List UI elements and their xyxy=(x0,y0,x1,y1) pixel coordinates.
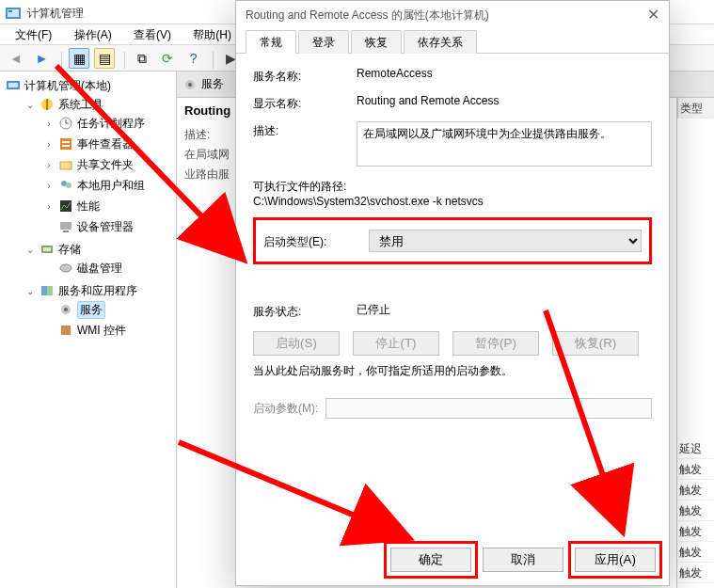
chevron-right-icon[interactable]: › xyxy=(43,160,55,170)
description-textarea[interactable]: 在局域网以及广域网环境中为企业提供路由服务。 xyxy=(357,121,652,167)
dialog-footer: 确定 取消 应用(A) xyxy=(390,548,656,572)
menu-view[interactable]: 查看(V) xyxy=(124,24,181,43)
chevron-down-icon[interactable]: ⌄ xyxy=(24,286,36,296)
stop-button[interactable]: 停止(T) xyxy=(353,331,439,356)
value-display-name: Routing and Remote Access xyxy=(357,94,652,112)
label-description: 描述: xyxy=(253,121,357,169)
svg-rect-24 xyxy=(61,326,71,335)
tab-dependencies[interactable]: 依存关系 xyxy=(404,30,477,54)
storage-icon xyxy=(40,242,55,257)
apply-button[interactable]: 应用(A) xyxy=(575,548,656,572)
list-item[interactable]: 触发 xyxy=(677,563,714,583)
app-icon xyxy=(6,6,21,21)
refresh-icon[interactable]: ⟳ xyxy=(157,48,178,69)
tree-event-viewer[interactable]: ›事件查看器 xyxy=(43,135,174,152)
tree-shared-folders[interactable]: ›共享文件夹 xyxy=(43,156,174,173)
svg-rect-2 xyxy=(8,10,12,12)
show-hide-icon[interactable]: ▦ xyxy=(69,48,89,69)
chevron-down-icon[interactable]: ⌄ xyxy=(24,245,36,255)
tools-icon xyxy=(40,97,55,112)
tree-disk-management[interactable]: 磁盘管理 xyxy=(43,260,174,277)
svg-rect-10 xyxy=(62,145,70,147)
help-icon[interactable]: ? xyxy=(183,48,204,69)
svg-rect-6 xyxy=(46,99,48,110)
menu-help[interactable]: 帮助(H) xyxy=(183,24,241,43)
svg-point-26 xyxy=(188,83,192,87)
menu-action[interactable]: 操作(A) xyxy=(65,24,121,43)
cancel-button[interactable]: 取消 xyxy=(483,548,563,572)
list-item[interactable]: 触发 xyxy=(677,542,714,563)
export-icon[interactable]: ⧉ xyxy=(132,48,152,69)
services-header-label: 服务 xyxy=(201,76,224,92)
svg-rect-14 xyxy=(60,200,71,212)
service-action-buttons: 启动(S) 停止(T) 暂停(P) 恢复(R) xyxy=(253,331,652,356)
tree-task-scheduler[interactable]: ›任务计划程序 xyxy=(43,115,174,132)
forward-icon[interactable]: ► xyxy=(31,48,52,69)
chevron-right-icon[interactable]: › xyxy=(43,201,55,212)
value-exe-path: C:\Windows\System32\svchost.exe -k netsv… xyxy=(253,195,652,208)
tab-logon[interactable]: 登录 xyxy=(298,30,349,54)
device-icon xyxy=(58,219,73,234)
svg-rect-20 xyxy=(41,286,47,295)
tree-system-tools[interactable]: ⌄ 系统工具 xyxy=(24,96,174,113)
close-icon[interactable]: ✕ xyxy=(647,1,659,29)
tree-services-apps[interactable]: ⌄ 服务和应用程序 xyxy=(24,282,174,299)
tree-storage[interactable]: ⌄ 存储 xyxy=(24,241,174,258)
tree-device-manager[interactable]: 设备管理器 xyxy=(43,218,174,235)
dialog-title: Routing and Remote Access 的属性(本地计算机) xyxy=(246,1,489,29)
start-params-input[interactable] xyxy=(325,398,652,419)
tree-services[interactable]: 服务 xyxy=(43,301,174,318)
nav-tree[interactable]: 计算机管理(本地) ⌄ 系统工具 ›任务计划程序 ›事件查看器 ›共享文件夹 xyxy=(0,72,177,588)
perf-icon xyxy=(58,199,73,214)
label-start-params: 启动参数(M): xyxy=(253,401,318,417)
event-icon xyxy=(58,136,73,151)
window-title: 计算机管理 xyxy=(27,7,84,20)
gear-icon xyxy=(58,302,73,317)
startup-type-select[interactable]: 禁用 xyxy=(369,230,642,252)
list-item[interactable]: 触发 xyxy=(677,583,714,588)
list-item[interactable]: 触发 xyxy=(677,521,714,542)
startup-type-group: 启动类型(E): 禁用 xyxy=(253,217,652,264)
chevron-right-icon[interactable]: › xyxy=(43,119,55,129)
chevron-right-icon[interactable]: › xyxy=(43,181,55,191)
column-header-type[interactable]: 类型 xyxy=(677,98,714,119)
ok-button[interactable]: 确定 xyxy=(390,548,471,572)
gear-icon xyxy=(182,77,198,92)
pause-button[interactable]: 暂停(P) xyxy=(452,331,539,356)
menu-file[interactable]: 文件(F) xyxy=(6,24,61,43)
start-button[interactable]: 启动(S) xyxy=(253,331,340,356)
tab-general[interactable]: 常规 xyxy=(246,30,296,54)
dialog-titlebar[interactable]: Routing and Remote Access 的属性(本地计算机) ✕ xyxy=(236,1,669,29)
chevron-down-icon[interactable]: ⌄ xyxy=(24,100,36,110)
svg-point-23 xyxy=(64,308,68,311)
list-item[interactable]: 触发 xyxy=(677,480,714,501)
label-exe-path: 可执行文件的路径: xyxy=(253,179,652,195)
back-icon[interactable]: ◄ xyxy=(6,48,26,69)
wmi-icon xyxy=(58,323,73,338)
tab-recovery[interactable]: 恢复 xyxy=(351,30,402,54)
svg-rect-15 xyxy=(60,222,71,230)
service-properties-dialog: Routing and Remote Access 的属性(本地计算机) ✕ 常… xyxy=(235,0,670,586)
chevron-right-icon[interactable]: › xyxy=(43,139,55,150)
svg-point-19 xyxy=(60,264,71,272)
tree-wmi-control[interactable]: WMI 控件 xyxy=(43,322,174,339)
dialog-tabs: 常规 登录 恢复 依存关系 xyxy=(236,29,669,54)
svg-rect-21 xyxy=(47,286,53,295)
list-item[interactable]: 触发 xyxy=(677,501,714,521)
label-startup-type: 启动类型(E): xyxy=(263,232,369,250)
tree-local-users[interactable]: ›本地用户和组 xyxy=(43,177,174,194)
computer-icon xyxy=(6,78,21,93)
start-hint: 当从此处启动服务时，你可指定所适用的启动参数。 xyxy=(253,363,652,379)
tree-root[interactable]: 计算机管理(本地) xyxy=(6,77,174,94)
list-item[interactable]: 延迟 xyxy=(677,438,714,459)
svg-point-13 xyxy=(66,183,71,188)
resume-button[interactable]: 恢复(R) xyxy=(552,331,639,356)
value-service-name: RemoteAccess xyxy=(357,67,652,85)
share-icon xyxy=(58,157,73,172)
properties-icon[interactable]: ▤ xyxy=(94,48,115,69)
label-service-name: 服务名称: xyxy=(253,67,357,85)
services-column-right: 类型 延迟 触发 触发 触发 触发 触发 触发 触发 xyxy=(676,98,714,588)
users-icon xyxy=(58,178,73,193)
list-item[interactable]: 触发 xyxy=(677,459,714,480)
tree-performance[interactable]: ›性能 xyxy=(43,198,174,215)
